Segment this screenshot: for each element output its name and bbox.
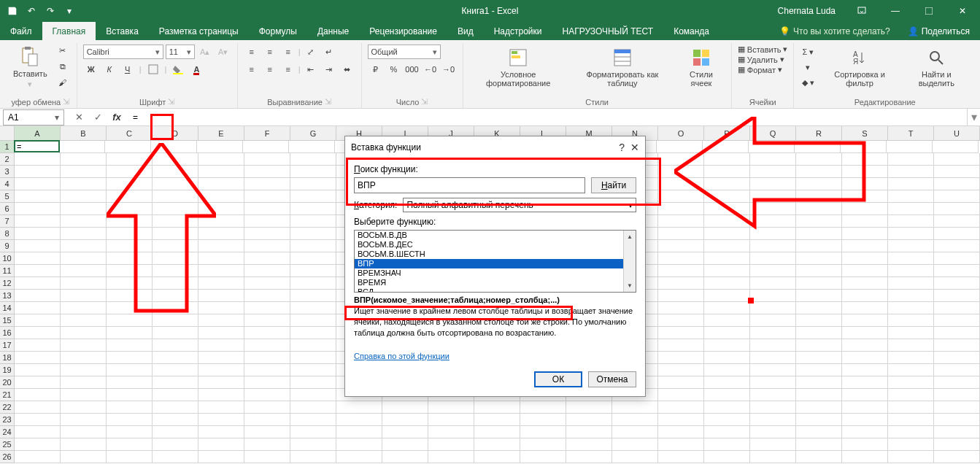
cell[interactable] <box>658 401 704 414</box>
cell[interactable] <box>198 166 244 178</box>
cell[interactable] <box>842 178 888 190</box>
cell[interactable] <box>290 277 336 290</box>
cell[interactable] <box>382 414 428 426</box>
cell[interactable] <box>842 203 888 215</box>
cell[interactable] <box>244 302 290 314</box>
paste-button[interactable]: Вставить ▾ <box>10 43 50 91</box>
cancel-formula-icon[interactable]: ✕ <box>70 110 88 125</box>
cell[interactable] <box>107 389 153 401</box>
dialog-close-icon[interactable]: ✕ <box>630 142 639 153</box>
column-header[interactable]: U <box>934 126 980 140</box>
cell[interactable] <box>244 438 290 451</box>
row-header[interactable]: 9 <box>0 240 14 252</box>
cell[interactable] <box>107 414 153 426</box>
cell[interactable] <box>153 327 198 339</box>
cell[interactable] <box>796 327 842 339</box>
cell[interactable] <box>612 438 658 451</box>
format-painter-icon[interactable]: 🖌 <box>55 75 71 90</box>
cell[interactable] <box>842 376 888 389</box>
save-icon[interactable] <box>4 3 20 19</box>
cell[interactable] <box>198 314 244 327</box>
cell[interactable] <box>198 240 244 252</box>
cell[interactable] <box>198 401 244 414</box>
cell[interactable] <box>842 389 888 401</box>
cell[interactable] <box>198 252 244 265</box>
select-all-corner[interactable] <box>0 126 15 141</box>
cell[interactable] <box>198 228 244 240</box>
cell[interactable] <box>15 153 61 166</box>
column-header[interactable]: A <box>15 126 61 140</box>
cell[interactable] <box>244 364 290 376</box>
cell[interactable] <box>796 364 842 376</box>
cell[interactable] <box>657 141 703 153</box>
row-header[interactable]: 7 <box>0 215 14 228</box>
cell[interactable] <box>15 314 61 327</box>
cell[interactable] <box>704 339 750 352</box>
cell[interactable] <box>566 438 612 451</box>
dialog-help-icon[interactable]: ? <box>619 142 625 153</box>
maximize-icon[interactable] <box>914 0 944 22</box>
cell[interactable] <box>934 190 980 203</box>
cell[interactable] <box>244 426 290 438</box>
cell[interactable] <box>658 364 704 376</box>
tell-me[interactable]: 💡 Что вы хотите сделать? <box>779 26 890 36</box>
cell[interactable] <box>244 414 290 426</box>
align-right-icon[interactable]: ≡ <box>280 62 296 77</box>
cell[interactable] <box>61 203 107 215</box>
cell[interactable] <box>198 389 244 401</box>
cell[interactable] <box>704 376 750 389</box>
cell[interactable] <box>244 401 290 414</box>
cell[interactable] <box>750 426 796 438</box>
cell[interactable] <box>290 190 336 203</box>
cell[interactable] <box>750 438 796 451</box>
cell[interactable] <box>842 153 888 166</box>
cell[interactable] <box>290 401 336 414</box>
cell[interactable] <box>61 265 107 277</box>
tab-addins[interactable]: Надстройки <box>484 22 552 40</box>
font-name-combo[interactable]: Calibri▾ <box>83 45 163 59</box>
column-header[interactable]: P <box>704 126 750 140</box>
cell[interactable] <box>888 451 934 463</box>
cell[interactable] <box>61 166 107 178</box>
increase-font-icon[interactable]: A▴ <box>197 45 213 59</box>
align-top-icon[interactable]: ≡ <box>244 45 260 59</box>
cell[interactable] <box>796 240 842 252</box>
cell[interactable] <box>290 215 336 228</box>
underline-button[interactable]: Ч <box>120 62 136 77</box>
cell[interactable] <box>244 376 290 389</box>
cells-delete-button[interactable]: ▦ Удалить ▾ <box>738 55 784 64</box>
cell[interactable] <box>290 451 336 463</box>
cell[interactable] <box>566 451 612 463</box>
cell[interactable] <box>888 352 934 364</box>
cell[interactable] <box>934 302 980 314</box>
cell[interactable] <box>888 277 934 290</box>
ok-button[interactable]: ОК <box>534 371 582 387</box>
cell[interactable] <box>888 327 934 339</box>
cell[interactable] <box>796 414 842 426</box>
cell[interactable] <box>520 451 566 463</box>
tab-data[interactable]: Данные <box>307 22 359 40</box>
cell[interactable] <box>842 438 888 451</box>
cell[interactable] <box>198 153 244 166</box>
category-select[interactable]: Полный алфавитный перечень▾ <box>403 198 636 212</box>
undo-icon[interactable]: ↶ <box>23 3 39 19</box>
cell[interactable] <box>934 364 980 376</box>
cell[interactable] <box>151 141 197 153</box>
cell[interactable] <box>15 438 61 451</box>
cell[interactable] <box>153 426 198 438</box>
cell[interactable] <box>244 290 290 302</box>
cell[interactable] <box>750 203 796 215</box>
cell[interactable] <box>290 265 336 277</box>
cell[interactable] <box>796 314 842 327</box>
cell[interactable] <box>290 252 336 265</box>
cell[interactable] <box>336 426 382 438</box>
cell[interactable] <box>704 240 750 252</box>
cell[interactable] <box>107 364 153 376</box>
user-name[interactable]: Chernata Luda <box>771 6 843 16</box>
cell[interactable] <box>658 302 704 314</box>
search-input[interactable] <box>354 177 585 193</box>
cell[interactable] <box>841 141 887 153</box>
cell[interactable] <box>888 290 934 302</box>
cell[interactable] <box>888 190 934 203</box>
cell[interactable] <box>153 364 198 376</box>
